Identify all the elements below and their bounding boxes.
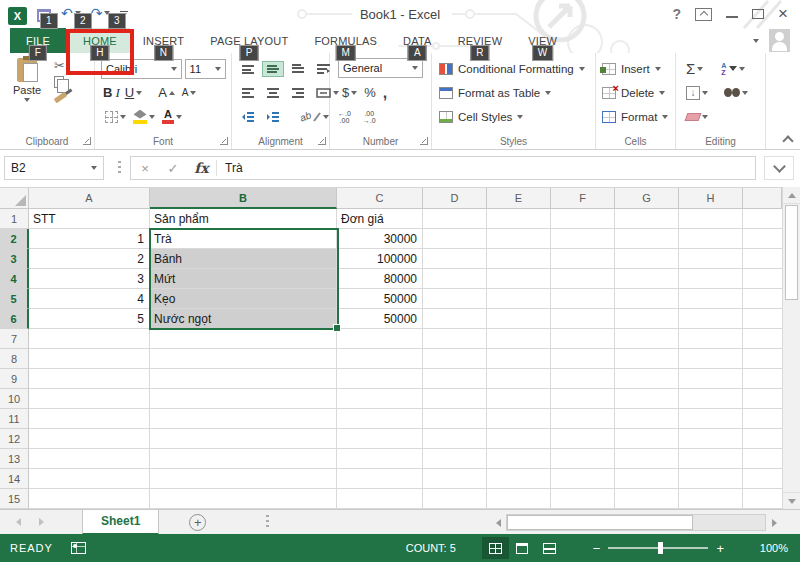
- enter-button[interactable]: ✓: [159, 161, 187, 176]
- cell[interactable]: [29, 449, 150, 469]
- page-break-view-button[interactable]: [536, 537, 563, 559]
- cell[interactable]: [29, 409, 150, 429]
- orientation-button[interactable]: ab: [298, 110, 331, 123]
- empty-cells[interactable]: [423, 369, 782, 389]
- close-button[interactable]: ×: [778, 6, 788, 22]
- percent-style-button[interactable]: %: [362, 84, 378, 101]
- accounting-format-button[interactable]: $: [340, 84, 359, 101]
- cell[interactable]: [29, 489, 150, 509]
- collapse-ribbon-button[interactable]: [782, 136, 792, 143]
- copy-icon[interactable]: [54, 76, 64, 88]
- empty-cells[interactable]: [423, 209, 782, 229]
- horizontal-scrollbar[interactable]: [490, 513, 782, 532]
- zoom-level[interactable]: 100%: [742, 542, 788, 554]
- scroll-down-arrow[interactable]: [783, 492, 800, 509]
- normal-view-button[interactable]: [482, 537, 509, 559]
- cell-b4[interactable]: Mứt: [150, 269, 337, 289]
- cell[interactable]: [150, 329, 337, 349]
- cell[interactable]: [150, 369, 337, 389]
- zoom-slider[interactable]: [608, 547, 708, 549]
- cell[interactable]: [337, 429, 423, 449]
- empty-cells[interactable]: [423, 389, 782, 409]
- cell[interactable]: [337, 349, 423, 369]
- tab-bar-splitter[interactable]: [266, 515, 269, 529]
- row-header[interactable]: 9: [0, 369, 29, 389]
- sort-filter-button[interactable]: AZ: [719, 61, 747, 77]
- select-all-corner[interactable]: [0, 187, 29, 209]
- user-account-icon[interactable]: [769, 29, 790, 52]
- maximize-button[interactable]: [752, 9, 764, 19]
- tab-data[interactable]: DATAA: [390, 28, 445, 53]
- empty-cells[interactable]: [423, 329, 782, 349]
- cell[interactable]: [29, 429, 150, 449]
- column-header-f[interactable]: F: [551, 187, 615, 209]
- tab-file[interactable]: FILEF: [10, 28, 66, 53]
- column-header-partial[interactable]: [743, 187, 782, 209]
- align-bottom-button[interactable]: [287, 61, 309, 77]
- formula-input[interactable]: Trà: [217, 161, 243, 175]
- paste-button[interactable]: Paste: [5, 58, 49, 124]
- decrease-font-size-button[interactable]: A: [180, 86, 199, 99]
- column-header-h[interactable]: H: [679, 187, 743, 209]
- row-header[interactable]: 15: [0, 489, 29, 509]
- row-header[interactable]: 11: [0, 409, 29, 429]
- insert-function-button[interactable]: fx: [187, 160, 217, 176]
- empty-cells[interactable]: [423, 289, 782, 309]
- cell-b2-active[interactable]: Trà: [150, 229, 337, 249]
- cell-styles-button[interactable]: Cell Styles: [439, 106, 523, 127]
- scroll-left-arrow[interactable]: [490, 513, 506, 532]
- row-header[interactable]: 12: [0, 429, 29, 449]
- cell-c6[interactable]: 50000: [337, 309, 423, 329]
- cell-c5[interactable]: 50000: [337, 289, 423, 309]
- font-color-button[interactable]: A: [160, 108, 184, 125]
- cell[interactable]: [29, 369, 150, 389]
- increase-indent-button[interactable]: [262, 109, 284, 125]
- sheet-tab-sheet1[interactable]: Sheet1: [82, 510, 159, 535]
- number-format-combo[interactable]: General: [338, 58, 423, 78]
- decrease-decimal-button[interactable]: .00→.0: [363, 110, 376, 124]
- empty-cells[interactable]: [423, 469, 782, 489]
- italic-button[interactable]: I: [115, 85, 119, 101]
- autosum-button[interactable]: Σ: [684, 60, 705, 77]
- decrease-indent-button[interactable]: [237, 109, 259, 125]
- previous-sheet-arrow[interactable]: [16, 518, 21, 526]
- cell[interactable]: [150, 469, 337, 489]
- cell-a3[interactable]: 2: [29, 249, 150, 269]
- row-header[interactable]: 13: [0, 449, 29, 469]
- cell[interactable]: [29, 469, 150, 489]
- tab-formulas[interactable]: FORMULASM: [301, 28, 390, 53]
- empty-cells[interactable]: [423, 249, 782, 269]
- insert-cells-button[interactable]: Insert: [602, 58, 661, 79]
- cancel-button[interactable]: ×: [131, 161, 159, 176]
- cell[interactable]: [337, 369, 423, 389]
- cell-b6[interactable]: Nước ngọt: [150, 309, 337, 329]
- column-header-e[interactable]: E: [487, 187, 551, 209]
- zoom-out-button[interactable]: −: [585, 542, 609, 555]
- row-header[interactable]: 7: [0, 329, 29, 349]
- ribbon-display-options-button[interactable]: [695, 8, 712, 21]
- help-button[interactable]: ?: [673, 6, 682, 22]
- cell[interactable]: [150, 389, 337, 409]
- format-painter-icon[interactable]: [54, 92, 68, 104]
- font-name-combo[interactable]: Calibri: [101, 59, 182, 79]
- excel-app-icon[interactable]: X: [8, 7, 27, 25]
- vertical-scrollbar[interactable]: [782, 187, 800, 509]
- cell-b1[interactable]: Sản phẩm: [150, 209, 337, 229]
- clear-button[interactable]: [684, 112, 710, 122]
- cell-a5[interactable]: 4: [29, 289, 150, 309]
- macro-record-icon[interactable]: [71, 542, 86, 554]
- cell-a6[interactable]: 5: [29, 309, 150, 329]
- find-select-button[interactable]: [722, 87, 750, 98]
- tab-home[interactable]: HOMEH: [70, 28, 130, 53]
- empty-cells[interactable]: [423, 309, 782, 329]
- next-sheet-arrow[interactable]: [39, 518, 44, 526]
- align-center-button[interactable]: [262, 85, 284, 101]
- cell-a2[interactable]: 1: [29, 229, 150, 249]
- cell[interactable]: [337, 329, 423, 349]
- increase-font-size-button[interactable]: A: [156, 84, 177, 101]
- empty-cells[interactable]: [423, 489, 782, 509]
- cell[interactable]: [29, 329, 150, 349]
- dialog-launcher-icon[interactable]: [83, 137, 91, 145]
- row-header[interactable]: 2: [0, 229, 29, 249]
- column-header-g[interactable]: G: [615, 187, 679, 209]
